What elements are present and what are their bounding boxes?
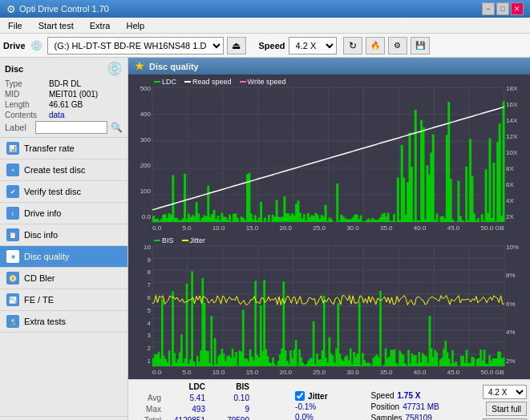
disc-mid-row: MID MEIT01 (001): [5, 90, 123, 99]
y-label-10x: 10X: [506, 150, 517, 156]
sidebar-label-create-test-disc: Create test disc: [24, 165, 85, 175]
mid-value: MEIT01 (001): [49, 90, 123, 99]
burn-button[interactable]: 🔥: [366, 37, 385, 55]
sidebar-label-disc-quality: Disc quality: [24, 252, 69, 261]
menu-bar: File Start test Extra Help: [0, 18, 530, 34]
y-label-500: 500: [140, 86, 151, 92]
speed-position-section: Speed 1.75 X Position 47731 MB Samples 7…: [371, 382, 439, 420]
sidebar-item-verify-test-disc[interactable]: ✔ Verify test disc: [0, 181, 127, 203]
legend-write-speed: Write speed: [240, 78, 286, 86]
sidebar-item-drive-info[interactable]: i Drive info: [0, 203, 127, 224]
speed-selector[interactable]: 4.2 X: [289, 37, 337, 55]
upper-x-axis: 0.0 5.0 10.0 15.0 20.0 25.0 30.0 35.0 40…: [152, 224, 504, 232]
legend-read-speed-label: Read speed: [192, 78, 232, 86]
samples-value: 758109: [406, 414, 432, 420]
max-label: Max: [131, 404, 164, 414]
title-bar: ⚙ Opti Drive Control 1.70 − □ ✕: [0, 0, 530, 18]
drive-selector[interactable]: (G:) HL-DT-ST BD-RE WH16NS48 1.D3: [47, 37, 224, 55]
drive-icon: 💿: [30, 40, 42, 51]
lower-chart-legend: BIS Jitter: [154, 236, 205, 244]
sidebar-item-transfer-rate[interactable]: 📊 Transfer rate: [0, 138, 127, 160]
disc-section-title: Disc: [5, 64, 23, 74]
legend-ldc: LDC: [154, 78, 176, 86]
y-label-14x: 14X: [506, 118, 517, 124]
app-icon: ⚙: [6, 3, 16, 15]
disc-type-row: Type BD-R DL: [5, 79, 123, 88]
settings-icon: ⚙: [394, 41, 401, 50]
sidebar-item-disc-info[interactable]: 📋 Disc info: [0, 224, 127, 246]
start-full-button[interactable]: Start full: [486, 402, 527, 416]
disc-contents-row: Contents data: [5, 111, 123, 119]
menu-start-test[interactable]: Start test: [34, 19, 79, 32]
y-label-2x: 2X: [506, 214, 514, 220]
sidebar-label-verify-test-disc: Verify test disc: [24, 187, 81, 196]
sidebar-item-disc-quality[interactable]: ★ Disc quality: [0, 246, 127, 268]
upper-chart: LDC Read speed Write speed 500 400: [130, 76, 528, 233]
close-button[interactable]: ✕: [511, 2, 524, 15]
minimize-button[interactable]: −: [482, 2, 495, 15]
save-button[interactable]: 💾: [411, 37, 430, 55]
sidebar-label-cd-bler: CD Bler: [24, 273, 55, 283]
legend-ldc-label: LDC: [162, 78, 176, 86]
title-bar-controls: − □ ✕: [482, 2, 524, 15]
cd-bler-icon: 📀: [6, 272, 19, 285]
maximize-button[interactable]: □: [496, 2, 509, 15]
total-ldc: 4129851: [164, 415, 208, 420]
disc-header: Disc 💿: [5, 61, 123, 76]
drive-info-icon: i: [6, 207, 19, 220]
drive-label: Drive: [3, 41, 26, 50]
refresh-button[interactable]: ↻: [343, 37, 362, 55]
sidebar-item-extra-tests[interactable]: 🔬 Extra tests: [0, 311, 127, 333]
legend-write-speed-label: Write speed: [248, 78, 286, 86]
max-ldc: 493: [164, 404, 208, 414]
position-row: Position 47731 MB: [371, 402, 439, 411]
sidebar-label-fe-te: FE / TE: [24, 295, 54, 305]
menu-extra[interactable]: Extra: [85, 19, 115, 32]
y-label-00: 0.0: [142, 214, 151, 220]
legend-bis-label: BIS: [162, 236, 174, 244]
length-value: 46.61 GB: [49, 100, 123, 109]
stats-header-row: LDC BIS: [131, 382, 252, 392]
lower-y-axis-left: 10 9 8 7 6 5 4 3 2 1: [130, 244, 152, 365]
position-label: Position: [371, 402, 400, 411]
legend-read-speed: Read speed: [184, 78, 232, 86]
label-input[interactable]: [35, 121, 107, 134]
jitter-checkbox[interactable]: [295, 391, 305, 401]
upper-y-axis-left: 500 400 300 200 100 0.0: [130, 86, 152, 220]
eject-icon: ⏏: [232, 40, 241, 51]
title-bar-left: ⚙ Opti Drive Control 1.70: [6, 3, 109, 15]
y-label-8x: 8X: [506, 166, 514, 172]
sidebar-item-cd-bler[interactable]: 📀 CD Bler: [0, 268, 127, 289]
avg-bis: 0.10: [208, 393, 252, 403]
speed-dropdown-selector[interactable]: 4.2 X: [483, 385, 527, 399]
bis-col-header: BIS: [208, 382, 252, 392]
app-title: Opti Drive Control 1.70: [19, 4, 109, 14]
charts-container: LDC Read speed Write speed 500 400: [128, 75, 530, 379]
y-label-400: 400: [140, 111, 151, 118]
sidebar-item-create-test-disc[interactable]: + Create test disc: [0, 160, 127, 181]
menu-help[interactable]: Help: [121, 19, 149, 32]
speed-row: Speed 1.75 X: [371, 391, 439, 400]
contents-key: Contents: [5, 111, 49, 119]
eject-button[interactable]: ⏏: [227, 37, 246, 55]
disc-icon: 💿: [107, 61, 123, 76]
speed-value: 1.75 X: [398, 391, 421, 400]
main-layout: Disc 💿 Type BD-R DL MID MEIT01 (001) Len…: [0, 58, 530, 420]
menu-file[interactable]: File: [3, 19, 27, 32]
extra-tests-icon: 🔬: [6, 315, 19, 328]
jitter-section: Jitter -0.1% 0.0%: [295, 382, 327, 420]
y-label-100: 100: [140, 188, 151, 195]
sidebar: Disc 💿 Type BD-R DL MID MEIT01 (001) Len…: [0, 58, 128, 420]
length-key: Length: [5, 100, 49, 109]
sidebar-label-transfer-rate: Transfer rate: [24, 143, 75, 153]
label-icon[interactable]: 🔍: [111, 122, 123, 133]
y-label-300: 300: [140, 137, 151, 143]
upper-chart-canvas: [130, 76, 528, 233]
status-window-button[interactable]: Status window >>: [0, 416, 127, 420]
sidebar-item-fe-te[interactable]: 📉 FE / TE: [0, 289, 127, 311]
verify-test-disc-icon: ✔: [6, 185, 19, 198]
samples-label: Samples: [371, 414, 403, 420]
lower-chart: BIS Jitter 10 9 8 7 6 5 4: [130, 235, 528, 378]
settings-button[interactable]: ⚙: [388, 37, 407, 55]
burn-icon: 🔥: [370, 41, 380, 50]
